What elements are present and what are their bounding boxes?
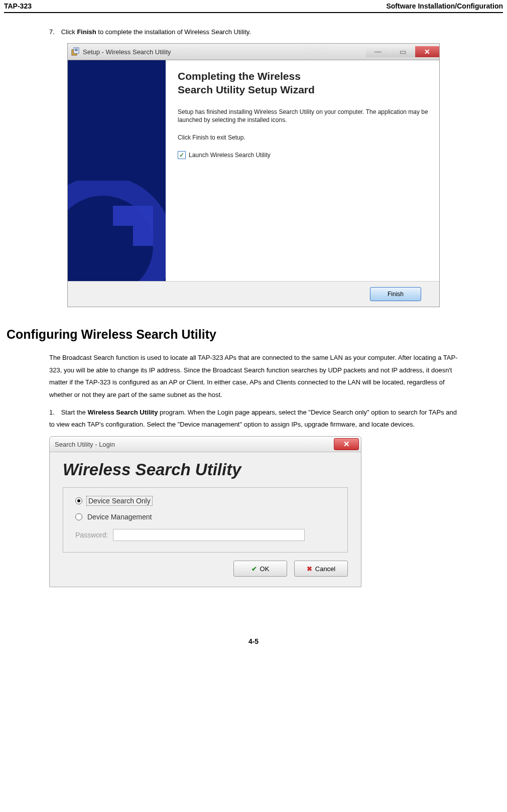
password-input[interactable] [113,529,305,541]
password-label: Password: [75,531,108,539]
radio-label-1: Device Search Only [87,497,152,505]
wizard-para-1: Setup has finished installing Wireless S… [178,108,429,125]
wizard-heading: Completing the Wireless Search Utility S… [178,69,429,97]
radio-device-search[interactable]: Device Search Only [75,497,335,505]
page-number: 4-5 [4,637,503,655]
close-button[interactable]: ✕ [415,46,439,57]
section-heading: Configuring Wireless Search Utility [7,327,458,342]
step-7-suffix: to complete the installation of Wireless… [96,28,251,36]
header-left: TAP-323 [4,2,32,10]
radio-unselected-icon[interactable] [75,513,82,520]
wizard-side-graphic [68,60,166,281]
wizard-para-2: Click Finish to exit Setup. [178,133,429,142]
step-7: 7. Click Finish to complete the installa… [49,28,458,36]
svg-rect-2 [75,49,78,50]
title-bar: Setup - Wireless Search Utility — ▭ ✕ [68,44,439,60]
x-icon: ✖ [307,565,312,573]
radio-selected-icon[interactable] [75,497,82,504]
login-window: Search Utility - Login ✕ Wireless Search… [49,436,361,587]
check-icon: ✔ [251,565,257,573]
login-window-title: Search Utility - Login [50,441,334,448]
step-1: 1. Start the Wireless Search Utility pro… [49,407,458,431]
svg-rect-3 [75,50,78,51]
header-right: Software Installation/Configuration [386,2,503,10]
finish-button[interactable]: Finish [370,287,421,301]
minimize-button: — [366,46,390,57]
checkbox-label: Launch Wireless Search Utility [189,152,271,159]
setup-wizard-window: Setup - Wireless Search Utility — ▭ ✕ Co [67,43,440,307]
step-1-num: 1. [49,407,59,419]
cancel-button[interactable]: ✖ Cancel [294,561,348,577]
radio-label-2: Device Management [87,513,152,521]
step-7-num: 7. [49,28,59,36]
step-1-bold: Wireless Search Utility [87,409,158,416]
checkbox-checked-icon[interactable]: ✓ [178,151,186,159]
launch-checkbox-row[interactable]: ✓ Launch Wireless Search Utility [178,151,429,159]
step-1-prefix: Start the [61,409,88,416]
ok-button[interactable]: ✔ OK [233,561,287,577]
login-close-button[interactable]: ✕ [334,438,359,450]
login-title-bar: Search Utility - Login ✕ [50,437,361,452]
ok-label: OK [260,565,270,573]
step-7-bold: Finish [77,28,96,36]
installer-icon [71,47,80,56]
intro-paragraph: The Broadcast Search function is used to… [49,352,458,401]
step-7-prefix: Click [61,28,77,36]
radio-device-management[interactable]: Device Management [75,513,335,521]
cancel-label: Cancel [315,565,335,573]
login-options-panel: Device Search Only Device Management Pas… [63,487,348,553]
window-title: Setup - Wireless Search Utility [83,48,365,56]
login-heading: Wireless Search Utility [50,452,361,487]
maximize-button: ▭ [391,46,415,57]
